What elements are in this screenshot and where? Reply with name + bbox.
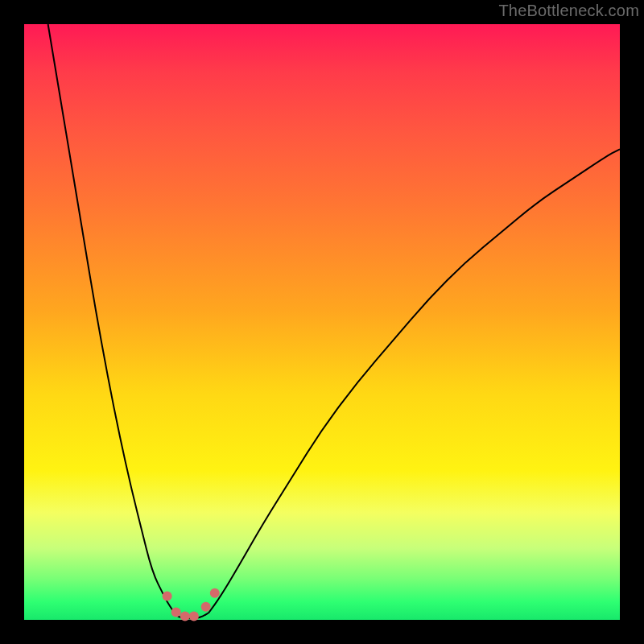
marker-dot <box>180 612 190 621</box>
marker-dot <box>210 588 220 598</box>
marker-dot <box>171 607 181 617</box>
marker-dot <box>201 602 211 612</box>
bottleneck-curve <box>24 24 620 620</box>
plot-area <box>24 24 620 620</box>
marker-dot <box>163 591 172 601</box>
marker-dot <box>189 612 199 621</box>
watermark-text: TheBottleneck.com <box>498 2 639 20</box>
